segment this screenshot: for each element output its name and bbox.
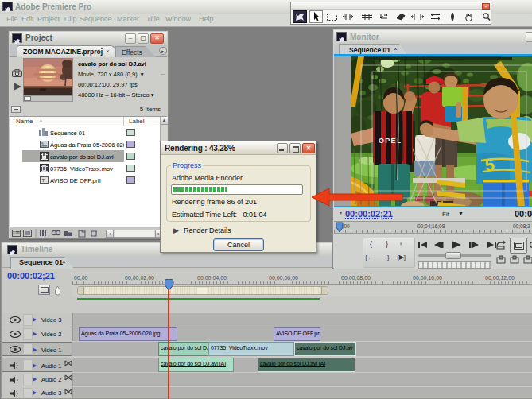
svg-text:T: T bbox=[41, 178, 45, 183]
